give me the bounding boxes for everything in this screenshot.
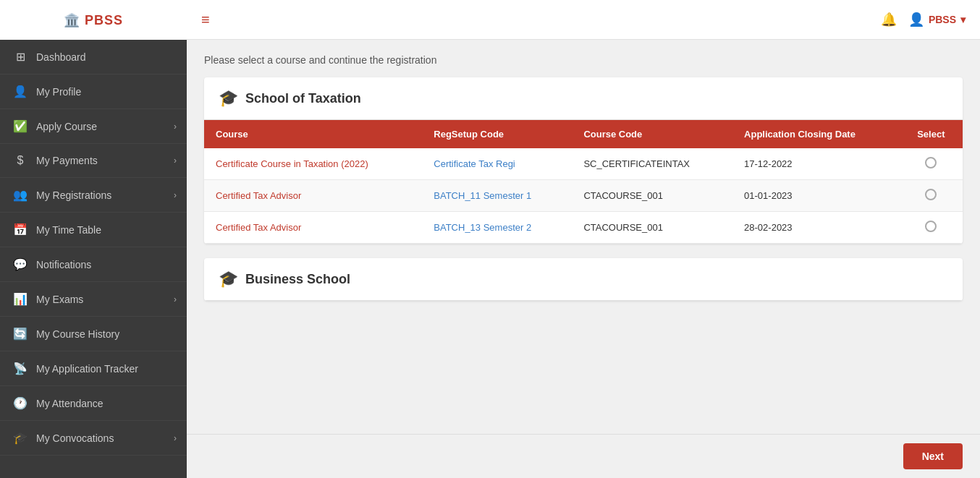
logo-text: 🏛️ PBSS (64, 12, 123, 28)
my-payments-icon: $ (13, 154, 28, 167)
school-header-school-business: 🎓 Business School (204, 258, 963, 301)
sidebar-label-my-payments: My Payments (36, 155, 98, 166)
sidebar-label-my-attendance: My Attendance (36, 398, 104, 409)
user-menu[interactable]: 👤 PBSS ▾ (908, 12, 966, 27)
regsetup-cell: BATCH_13 Semester 2 (422, 212, 572, 244)
my-course-history-icon: 🔄 (13, 327, 28, 341)
my-time-table-icon: 📅 (13, 223, 28, 236)
my-convocations-arrow-icon: › (174, 433, 177, 443)
sidebar-label-dashboard: Dashboard (36, 51, 86, 63)
graduation-icon-school-business: 🎓 (219, 270, 238, 289)
school-header-school-taxation: 🎓 School of Taxation (204, 77, 963, 120)
regsetup-cell: BATCH_11 Semester 1 (422, 180, 572, 212)
sidebar-logo: 🏛️ PBSS (0, 0, 187, 40)
topbar: ≡ 🔔 👤 PBSS ▾ (187, 0, 980, 40)
closing-date-cell: 28-02-2023 (732, 212, 900, 244)
select-radio-school-taxation-2[interactable] (925, 221, 937, 232)
regsetup-cell: Certificate Tax Regi (422, 148, 572, 180)
col-header-course: Course (204, 120, 422, 148)
sidebar-item-my-profile[interactable]: 👤 My Profile (0, 74, 187, 109)
sidebar-label-notifications: Notifications (36, 259, 91, 270)
sidebar-item-my-course-history[interactable]: 🔄 My Course History (0, 317, 187, 351)
course-table-school-taxation: Course RegSetup Code Course Code Applica… (204, 120, 963, 244)
coursecode-cell: SC_CERTIFICATEINTAX (572, 148, 732, 180)
apply-course-arrow-icon: › (174, 121, 177, 132)
sidebar-item-my-application-tracker[interactable]: 📡 My Application Tracker (0, 351, 187, 386)
sidebar-label-my-application-tracker: My Application Tracker (36, 363, 138, 375)
topbar-right: 🔔 👤 PBSS ▾ (881, 12, 966, 27)
closing-date-cell: 01-01-2023 (732, 180, 900, 212)
sidebar-label-my-registrations: My Registrations (36, 189, 111, 201)
sidebar-item-notifications[interactable]: 💬 Notifications (0, 247, 187, 282)
sidebar-label-my-course-history: My Course History (36, 328, 119, 340)
coursecode-cell: CTACOURSE_001 (572, 180, 732, 212)
sidebar-item-my-payments[interactable]: $ My Payments › (0, 144, 187, 178)
dashboard-icon: ⊞ (13, 50, 28, 64)
graduation-icon-school-taxation: 🎓 (219, 89, 238, 108)
my-profile-icon: 👤 (13, 85, 28, 98)
main-content: ≡ 🔔 👤 PBSS ▾ Please select a course and … (187, 0, 980, 478)
col-header-regsetup: RegSetup Code (422, 120, 572, 148)
select-col-cell[interactable] (900, 212, 963, 244)
select-radio-school-taxation-1[interactable] (925, 189, 937, 200)
school-card-school-business: 🎓 Business School (204, 258, 963, 301)
topbar-left: ≡ (201, 12, 210, 28)
my-registrations-icon: 👥 (13, 188, 28, 202)
next-button[interactable]: Next (903, 443, 963, 469)
table-row[interactable]: Certified Tax Advisor BATCH_13 Semester … (204, 212, 963, 244)
sidebar-label-my-profile: My Profile (36, 86, 81, 98)
bottom-bar: Next (187, 434, 980, 478)
col-header-coursecode: Course Code (572, 120, 732, 148)
user-avatar-icon: 👤 (908, 12, 924, 27)
school-name-school-business: Business School (245, 272, 350, 287)
sidebar-label-my-time-table: My Time Table (36, 224, 101, 236)
sidebar-item-my-exams[interactable]: 📊 My Exams › (0, 282, 187, 317)
closing-date-cell: 17-12-2022 (732, 148, 900, 180)
col-header-closing-date: Application Closing Date (732, 120, 900, 148)
user-dropdown-icon: ▾ (960, 14, 966, 25)
sidebar-item-my-time-table[interactable]: 📅 My Time Table (0, 213, 187, 247)
my-registrations-arrow-icon: › (174, 190, 177, 200)
sidebar-item-my-convocations[interactable]: 🎓 My Convocations › (0, 421, 187, 456)
page-instruction: Please select a course and continue the … (204, 54, 963, 66)
table-row[interactable]: Certificate Course in Taxation (2022) Ce… (204, 148, 963, 180)
school-card-school-taxation: 🎓 School of Taxation Course RegSetup Cod… (204, 77, 963, 244)
sidebar-item-dashboard[interactable]: ⊞ Dashboard (0, 40, 187, 74)
course-name-cell: Certificate Course in Taxation (2022) (204, 148, 422, 180)
coursecode-cell: CTACOURSE_001 (572, 212, 732, 244)
my-convocations-icon: 🎓 (13, 431, 28, 445)
sidebar: 🏛️ PBSS ⊞ Dashboard 👤 My Profile ✅ Apply… (0, 0, 187, 478)
schools-container: 🎓 School of Taxation Course RegSetup Cod… (204, 77, 963, 301)
sidebar-item-apply-course[interactable]: ✅ Apply Course › (0, 109, 187, 144)
my-application-tracker-icon: 📡 (13, 362, 28, 375)
col-header-select: Select (900, 120, 963, 148)
school-name-school-taxation: School of Taxation (245, 91, 361, 106)
course-name-cell: Certified Tax Advisor (204, 212, 422, 244)
user-name: PBSS (929, 14, 956, 25)
sidebar-nav: ⊞ Dashboard 👤 My Profile ✅ Apply Course … (0, 40, 187, 456)
sidebar-label-my-exams: My Exams (36, 294, 83, 305)
my-attendance-icon: 🕐 (13, 396, 28, 410)
page-content: Please select a course and continue the … (187, 40, 980, 434)
hamburger-button[interactable]: ≡ (201, 12, 210, 27)
select-col-cell[interactable] (900, 180, 963, 212)
sidebar-label-apply-course: Apply Course (36, 121, 97, 132)
my-exams-arrow-icon: › (174, 294, 177, 304)
course-name-cell: Certified Tax Advisor (204, 180, 422, 212)
sidebar-item-my-attendance[interactable]: 🕐 My Attendance (0, 386, 187, 421)
bell-icon[interactable]: 🔔 (881, 12, 897, 27)
my-exams-icon: 📊 (13, 292, 28, 306)
my-payments-arrow-icon: › (174, 155, 177, 166)
table-row[interactable]: Certified Tax Advisor BATCH_11 Semester … (204, 180, 963, 212)
select-col-cell[interactable] (900, 148, 963, 180)
select-radio-school-taxation-0[interactable] (925, 157, 937, 168)
apply-course-icon: ✅ (13, 119, 28, 133)
notifications-icon: 💬 (13, 257, 28, 271)
sidebar-label-my-convocations: My Convocations (36, 432, 114, 444)
sidebar-item-my-registrations[interactable]: 👥 My Registrations › (0, 178, 187, 213)
